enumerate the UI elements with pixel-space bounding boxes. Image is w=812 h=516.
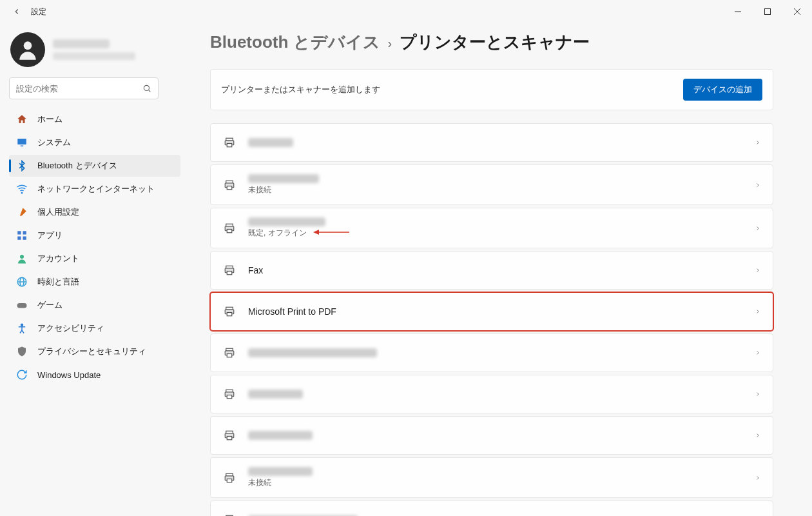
nav-time-language[interactable]: 時刻と言語 [9, 271, 180, 293]
avatar [10, 32, 45, 67]
sidebar: ホーム システム Bluetooth とデバイス ネットワークとインターネット [0, 23, 193, 516]
nav-label: アカウント [37, 253, 79, 264]
chevron-right-icon [755, 137, 761, 148]
svg-rect-39 [227, 354, 232, 357]
window-title: 設定 [31, 6, 46, 17]
profile-name-redacted [53, 39, 110, 48]
printer-list: 未接続既定, オフラインFaxMicrosoft Print to PDF未接続 [210, 123, 773, 516]
close-button[interactable] [782, 0, 812, 23]
back-button[interactable] [6, 1, 27, 22]
system-icon [15, 136, 28, 149]
profile-email-redacted [53, 52, 135, 60]
annotation-arrow [313, 229, 349, 235]
nav-label: システム [37, 137, 71, 148]
printer-row[interactable] [210, 416, 773, 455]
chevron-right-icon [755, 265, 761, 275]
printer-row[interactable]: Microsoft Print to PDF [210, 292, 773, 331]
chevron-right-icon [755, 180, 761, 190]
svg-rect-8 [21, 146, 24, 147]
svg-rect-13 [23, 237, 26, 240]
svg-rect-18 [17, 303, 27, 308]
printer-row[interactable] [210, 501, 773, 516]
printer-row[interactable] [210, 333, 773, 372]
printer-status: 未接続 [248, 184, 319, 195]
nav-label: Windows Update [37, 370, 101, 380]
printer-row[interactable]: 既定, オフライン [210, 208, 773, 248]
add-device-button[interactable]: デバイスの追加 [683, 79, 762, 101]
printer-icon [222, 347, 237, 359]
globe-icon [15, 275, 28, 288]
wifi-icon [15, 183, 28, 195]
printer-name [248, 138, 293, 147]
printer-row[interactable] [210, 123, 773, 162]
add-printer-row: プリンターまたはスキャナーを追加します デバイスの追加 [210, 69, 773, 110]
home-icon [15, 113, 28, 126]
chevron-right-icon [755, 223, 761, 233]
printer-row[interactable]: 未接続 [210, 164, 773, 205]
printer-status: 未接続 [248, 477, 313, 488]
titlebar: 設定 [0, 0, 812, 23]
printer-status: 既定, オフライン [248, 228, 349, 239]
person-icon [15, 252, 28, 265]
chevron-right-icon [755, 306, 761, 317]
nav-accounts[interactable]: アカウント [9, 248, 180, 270]
breadcrumb: Bluetooth とデバイス › プリンターとスキャナー [210, 31, 773, 54]
main-content: Bluetooth とデバイス › プリンターとスキャナー プリンターまたはスキ… [193, 23, 812, 516]
paintbrush-icon [15, 206, 28, 219]
nav-privacy[interactable]: プライバシーとセキュリティ [9, 341, 180, 362]
svg-rect-25 [227, 186, 232, 189]
printer-name: Fax [248, 265, 263, 275]
svg-line-6 [149, 90, 151, 92]
printer-name [248, 217, 325, 226]
nav-label: アクセシビリティ [37, 322, 104, 334]
nav-label: ホーム [37, 114, 63, 125]
nav-label: 時刻と言語 [37, 276, 79, 288]
printer-row[interactable]: Fax [210, 251, 773, 290]
printer-icon [222, 179, 237, 191]
nav-network[interactable]: ネットワークとインターネット [9, 178, 180, 200]
nav-gaming[interactable]: ゲーム [9, 294, 180, 316]
svg-rect-33 [227, 272, 232, 275]
nav-apps[interactable]: アプリ [9, 224, 180, 246]
minimize-button[interactable] [723, 0, 753, 23]
svg-rect-42 [227, 395, 232, 399]
nav-accessibility[interactable]: アクセシビリティ [9, 317, 180, 339]
printer-row[interactable] [210, 375, 773, 413]
nav-personalization[interactable]: 個人用設定 [9, 201, 180, 223]
svg-rect-1 [765, 9, 771, 15]
update-icon [15, 368, 28, 381]
nav-system[interactable]: システム [9, 132, 180, 154]
svg-rect-45 [227, 437, 232, 440]
bluetooth-icon [15, 159, 28, 172]
printer-icon [222, 137, 237, 148]
nav-windows-update[interactable]: Windows Update [9, 364, 180, 386]
apps-icon [15, 229, 28, 242]
search-input[interactable] [10, 84, 136, 94]
gamepad-icon [15, 299, 28, 312]
nav: ホーム システム Bluetooth とデバイス ネットワークとインターネット [9, 108, 180, 386]
breadcrumb-current: プリンターとスキャナー [400, 31, 590, 54]
printer-row[interactable]: 未接続 [210, 457, 773, 498]
svg-rect-12 [17, 237, 21, 240]
maximize-button[interactable] [753, 0, 782, 23]
printer-name [248, 390, 303, 399]
search-box[interactable] [9, 77, 159, 99]
chevron-right-icon [755, 473, 761, 483]
printer-name: Microsoft Print to PDF [248, 306, 336, 317]
nav-bluetooth[interactable]: Bluetooth とデバイス [9, 155, 180, 177]
nav-home[interactable]: ホーム [9, 108, 180, 130]
chevron-right-icon [755, 389, 761, 399]
nav-label: Bluetooth とデバイス [37, 160, 117, 172]
printer-icon [222, 223, 237, 234]
svg-point-5 [144, 85, 149, 90]
printer-name [248, 174, 319, 183]
accessibility-icon [15, 322, 28, 335]
breadcrumb-parent[interactable]: Bluetooth とデバイス [210, 31, 380, 54]
add-printer-label: プリンターまたはスキャナーを追加します [221, 84, 380, 95]
printer-name [248, 348, 377, 357]
printer-icon [222, 306, 237, 317]
svg-point-14 [20, 255, 24, 259]
chevron-right-icon: › [388, 36, 392, 51]
svg-rect-36 [227, 313, 232, 316]
profile-block[interactable] [9, 30, 180, 77]
